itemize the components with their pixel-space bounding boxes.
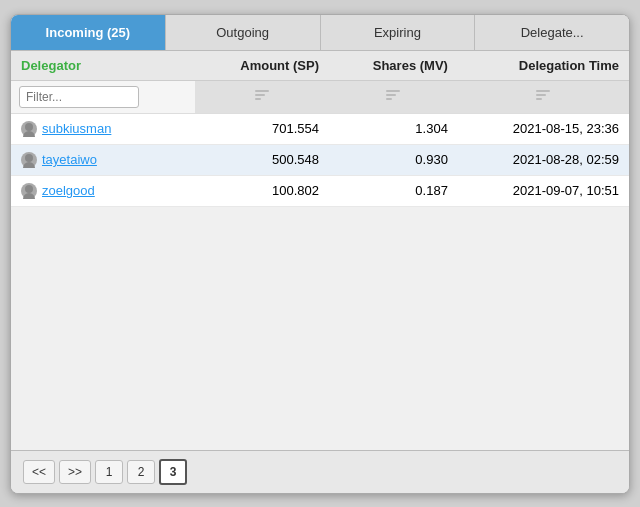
svg-rect-2 [255,98,261,100]
tab-expiring[interactable]: Expiring [321,15,476,50]
time-cell: 2021-08-15, 23:36 [458,113,629,144]
table-row[interactable]: subkiusman 701.5541.3042021-08-15, 23:36 [11,113,629,144]
time-cell: 2021-09-07, 10:51 [458,175,629,206]
col-header-shares: Shares (MV) [329,51,458,81]
svg-rect-8 [536,98,542,100]
page-3-button[interactable]: 3 [159,459,187,485]
next-button[interactable]: >> [59,460,91,484]
page-2-button[interactable]: 2 [127,460,155,484]
sort-amount-icon [253,88,271,102]
delegator-cell[interactable]: tayetaiwo [11,144,195,175]
svg-rect-0 [255,90,269,92]
user-icon [21,121,37,137]
amount-cell: 701.554 [195,113,329,144]
sort-time-cell[interactable] [458,80,629,113]
sort-amount-cell[interactable] [195,80,329,113]
svg-rect-3 [386,90,400,92]
table-header: Delegator Amount (SP) Shares (MV) Delega… [11,51,629,81]
sort-time-icon [534,88,552,102]
svg-rect-5 [386,98,392,100]
amount-cell: 100.802 [195,175,329,206]
tab-delegate[interactable]: Delegate... [475,15,629,50]
tab-bar: Incoming (25) Outgoing Expiring Delegate… [11,15,629,51]
user-icon [21,152,37,168]
pagination-bar: << >> 1 2 3 [11,450,629,493]
svg-rect-1 [255,94,265,96]
user-icon [21,183,37,199]
delegator-cell[interactable]: zoelgood [11,175,195,206]
delegator-name[interactable]: tayetaiwo [42,152,97,167]
col-header-time: Delegation Time [458,51,629,81]
delegator-name[interactable]: zoelgood [42,183,95,198]
time-cell: 2021-08-28, 02:59 [458,144,629,175]
col-header-delegator: Delegator [11,51,195,81]
delegator-name[interactable]: subkiusman [42,121,111,136]
prev-button[interactable]: << [23,460,55,484]
amount-cell: 500.548 [195,144,329,175]
sort-shares-cell[interactable] [329,80,458,113]
main-window: Incoming (25) Outgoing Expiring Delegate… [10,14,630,494]
col-header-amount: Amount (SP) [195,51,329,81]
table-row[interactable]: zoelgood 100.8020.1872021-09-07, 10:51 [11,175,629,206]
svg-rect-6 [536,90,550,92]
filter-row [11,80,629,113]
filter-input[interactable] [19,86,139,108]
tab-outgoing[interactable]: Outgoing [166,15,321,50]
table-area: Delegator Amount (SP) Shares (MV) Delega… [11,51,629,450]
delegator-cell[interactable]: subkiusman [11,113,195,144]
sort-shares-icon [384,88,402,102]
shares-cell: 0.187 [329,175,458,206]
tab-incoming[interactable]: Incoming (25) [11,15,166,50]
svg-rect-4 [386,94,396,96]
shares-cell: 0.930 [329,144,458,175]
svg-rect-7 [536,94,546,96]
shares-cell: 1.304 [329,113,458,144]
table-row[interactable]: tayetaiwo 500.5480.9302021-08-28, 02:59 [11,144,629,175]
page-1-button[interactable]: 1 [95,460,123,484]
